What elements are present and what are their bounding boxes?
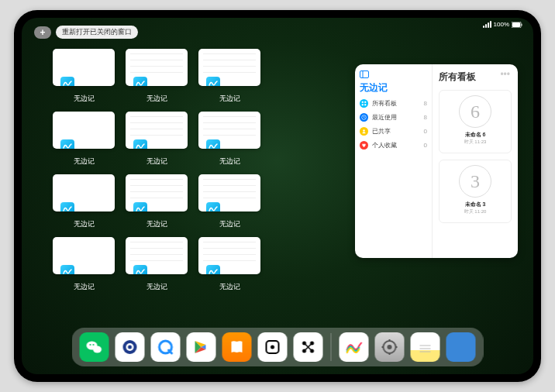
sidebar-item-label: 个人收藏	[372, 141, 397, 150]
app-window-tile[interactable]: 无边记	[53, 237, 115, 292]
panel-sidebar: 无边记 所有看板8最近使用8已共享0个人收藏0	[355, 64, 433, 258]
tile-label: 无边记	[147, 94, 167, 104]
svg-point-17	[128, 346, 132, 349]
app-window-tile[interactable]: 无边记	[198, 237, 260, 292]
dock-folder-icon[interactable]	[446, 332, 476, 362]
svg-point-12	[93, 346, 102, 353]
freeform-panel: ••• 无边记 所有看板8最近使用8已共享0个人收藏0 所有看板 6未命名 6昨…	[355, 64, 518, 258]
svg-rect-7	[362, 104, 364, 105]
sidebar-item-label: 最近使用	[372, 113, 397, 122]
app-window-tile[interactable]: 无边记	[53, 112, 115, 167]
heart-icon	[360, 141, 368, 150]
window-grid: 无边记无边记无边记无边记无边记无边记无边记无边记无边记无边记无边记无边记	[53, 49, 333, 292]
freeform-app-icon	[133, 139, 147, 149]
battery-label: 100%	[494, 21, 509, 28]
tile-thumbnail	[126, 49, 188, 86]
dock-separator	[331, 333, 332, 361]
dock-wechat-icon[interactable]	[80, 332, 109, 362]
sidebar-toggle-icon[interactable]	[360, 70, 427, 78]
tile-label: 无边记	[219, 156, 240, 167]
svg-rect-5	[362, 101, 364, 103]
app-window-tile[interactable]: 无边记	[126, 174, 188, 229]
app-window-tile[interactable]: 无边记	[126, 237, 188, 292]
tile-thumbnail	[53, 112, 115, 149]
freeform-app-icon	[133, 265, 147, 274]
board-name: 未命名 6	[465, 131, 486, 139]
app-window-tile[interactable]: 无边记	[198, 49, 260, 104]
app-window-tile[interactable]: 无边记	[53, 49, 115, 104]
board-timestamp: 昨天 11:23	[464, 139, 487, 146]
svg-point-20	[271, 346, 274, 349]
ipad-frame: 100% + 重新打开已关闭的窗口 无边记无边记无边记无边记无边记无边记无边记无…	[14, 10, 541, 382]
svg-rect-2	[522, 23, 522, 26]
tile-thumbnail	[53, 174, 115, 211]
sidebar-item-clock[interactable]: 最近使用8	[360, 113, 427, 122]
dock-freeform-icon[interactable]	[340, 332, 369, 362]
tile-label: 无边记	[219, 282, 240, 292]
tile-thumbnail	[126, 174, 188, 211]
freeform-app-icon	[206, 77, 220, 86]
freeform-app-icon	[60, 202, 74, 211]
panel-content: 所有看板 6未命名 6昨天 11:233未命名 3昨天 11:20	[433, 64, 518, 258]
sidebar-item-grid[interactable]: 所有看板8	[360, 99, 427, 108]
freeform-app-icon	[60, 265, 74, 274]
freeform-app-icon	[206, 265, 220, 274]
app-window-tile[interactable]: 无边记	[198, 112, 260, 167]
svg-rect-6	[364, 101, 366, 103]
board-card[interactable]: 3未命名 3昨天 11:20	[439, 160, 512, 223]
app-window-tile[interactable]: 无边记	[126, 112, 188, 167]
tile-label: 无边记	[147, 219, 167, 229]
svg-rect-3	[360, 71, 369, 78]
tile-label: 无边记	[147, 156, 167, 167]
freeform-app-icon	[133, 77, 147, 86]
svg-point-26	[388, 345, 392, 349]
tile-thumbnail	[198, 174, 260, 211]
app-window-tile[interactable]: 无边记	[53, 174, 115, 229]
tile-label: 无边记	[74, 282, 95, 292]
dock-connect-icon[interactable]	[294, 332, 323, 362]
svg-point-10	[363, 129, 365, 132]
dock-books-icon[interactable]	[222, 332, 252, 362]
board-thumbnail: 6	[459, 95, 491, 128]
freeform-app-icon	[133, 202, 147, 211]
dock-qqbrowser-icon[interactable]	[115, 332, 145, 362]
dock-play-icon[interactable]	[187, 332, 216, 362]
board-timestamp: 昨天 11:20	[464, 208, 487, 215]
battery-icon	[512, 22, 522, 28]
board-thumbnail: 3	[459, 165, 491, 198]
dock-notes-icon[interactable]	[411, 332, 440, 362]
sidebar-item-count: 0	[424, 128, 427, 135]
svg-point-13	[90, 344, 91, 346]
svg-rect-8	[364, 104, 366, 105]
clock-icon	[360, 113, 368, 122]
sidebar-item-people[interactable]: 已共享0	[360, 127, 427, 136]
tile-thumbnail	[126, 112, 188, 149]
tile-label: 无边记	[74, 219, 95, 229]
new-window-button[interactable]: +	[34, 26, 51, 39]
app-window-tile[interactable]: 无边记	[126, 49, 188, 104]
sidebar-item-count: 0	[424, 142, 427, 149]
dock	[72, 328, 484, 366]
board-card[interactable]: 6未命名 6昨天 11:23	[439, 90, 512, 153]
dock-dice-icon[interactable]	[258, 332, 288, 362]
dock-quark-icon[interactable]	[151, 332, 181, 362]
tile-label: 无边记	[219, 219, 240, 229]
sidebar-item-count: 8	[424, 114, 427, 121]
freeform-app-icon	[60, 77, 74, 86]
tile-label: 无边记	[147, 282, 167, 292]
tile-thumbnail	[53, 237, 115, 274]
reopen-closed-window-button[interactable]: 重新打开已关闭的窗口	[56, 26, 138, 39]
grid-icon	[360, 99, 368, 108]
signal-icon	[483, 21, 491, 28]
tile-label: 无边记	[74, 94, 95, 104]
svg-rect-1	[512, 22, 520, 27]
sidebar-item-heart[interactable]: 个人收藏0	[360, 141, 427, 150]
freeform-app-icon	[206, 139, 220, 149]
tile-thumbnail	[198, 237, 260, 274]
dock-settings-icon[interactable]	[375, 332, 405, 362]
more-icon[interactable]: •••	[500, 69, 510, 80]
sidebar-item-label: 已共享	[372, 127, 391, 136]
tile-thumbnail	[198, 49, 260, 86]
app-window-tile[interactable]: 无边记	[198, 174, 260, 229]
people-icon	[360, 127, 368, 136]
